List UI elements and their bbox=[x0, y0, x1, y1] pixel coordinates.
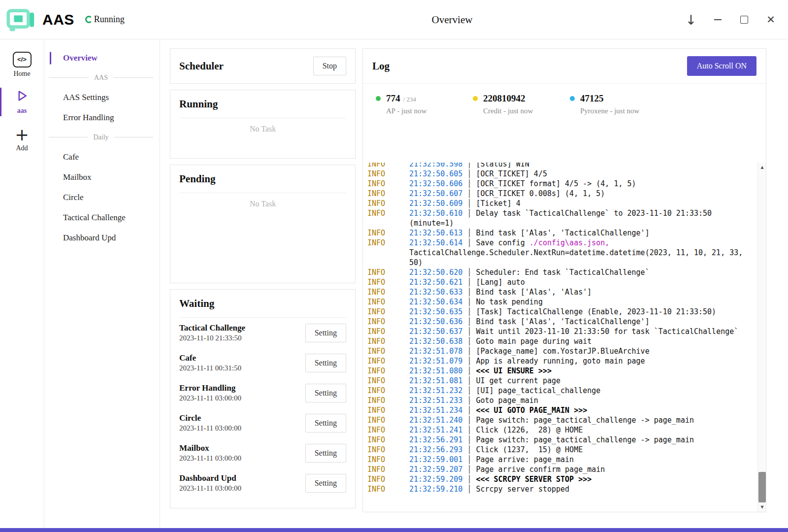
setting-button[interactable]: Setting bbox=[305, 324, 346, 342]
log-timestamp: 21:32:50.609 bbox=[409, 199, 462, 208]
log-timestamp: 21:32:59.210 bbox=[409, 485, 462, 494]
log-line: INFO21:32:51.234 │ <<< UI GOTO PAGE_MAIN… bbox=[367, 405, 757, 415]
scheduler-title: Scheduler bbox=[179, 60, 224, 72]
log-timestamp: 21:32:50.607 bbox=[409, 189, 462, 198]
download-arrow-icon: ↓ bbox=[686, 12, 697, 28]
waiting-task-row: Cafe2023-11-11 00:31:50Setting bbox=[179, 348, 346, 378]
sidebar-item-error-handling[interactable]: Error Handling bbox=[45, 107, 160, 128]
log-line: INFO21:32:56.293 │ Click (1237, 15) @ HO… bbox=[367, 445, 757, 455]
waiting-task-info: Error Handling2023-11-11 03:00:00 bbox=[179, 383, 241, 402]
activity-item-home[interactable]: </> Home bbox=[0, 46, 44, 83]
log-level: INFO bbox=[367, 346, 409, 356]
page-title: Overview bbox=[432, 13, 473, 26]
log-level: INFO bbox=[367, 277, 409, 287]
sidebar-group-aas: AAS bbox=[45, 68, 160, 87]
minimize-button[interactable] bbox=[704, 8, 731, 31]
activity-item-add[interactable]: + Add bbox=[0, 121, 44, 158]
pending-empty-text: No Task bbox=[179, 193, 346, 208]
activity-bar: </> Home aas + Add bbox=[0, 40, 44, 528]
activity-item-aas[interactable]: aas bbox=[0, 83, 44, 121]
log-separator: │ bbox=[462, 475, 476, 484]
log-separator: │ bbox=[462, 455, 476, 464]
log-separator: │ bbox=[462, 327, 476, 336]
window-controls: ↓ ✕ bbox=[678, 0, 784, 39]
log-timestamp: 21:32:50.614 bbox=[409, 238, 462, 247]
log-message: 21:32:51.233 │ Goto page_main bbox=[409, 396, 744, 405]
setting-button[interactable]: Setting bbox=[305, 384, 346, 402]
sidebar-menu: OverviewAASAAS SettingsError HandlingDai… bbox=[45, 40, 160, 528]
log-timestamp: 21:32:50.606 bbox=[409, 179, 462, 188]
running-empty-text: No Task bbox=[179, 118, 346, 133]
waiting-title: Waiting bbox=[179, 298, 214, 310]
divider-line bbox=[49, 137, 88, 137]
log-message: 21:32:50.606 │ [OCR_TICKET format] 4/5 -… bbox=[409, 179, 744, 189]
log-timestamp: 21:32:51.240 bbox=[409, 416, 462, 425]
sidebar-item-circle[interactable]: Circle bbox=[45, 187, 160, 207]
log-timestamp: 21:32:50.605 bbox=[409, 169, 462, 178]
waiting-task-row: Error Handling2023-11-11 03:00:00Setting bbox=[179, 378, 346, 408]
log-level: INFO bbox=[367, 297, 409, 307]
close-button[interactable]: ✕ bbox=[757, 8, 784, 31]
log-timestamp: 21:32:51.241 bbox=[409, 426, 462, 434]
sidebar-item-mailbox[interactable]: Mailbox bbox=[45, 167, 160, 187]
sidebar-item-cafe[interactable]: Cafe bbox=[45, 147, 160, 167]
log-message: 21:32:59.001 │ Page arrive: page_main bbox=[409, 455, 744, 465]
stat-body: 47125Pyroxene - just now bbox=[580, 93, 639, 163]
setting-button[interactable]: Setting bbox=[305, 474, 346, 493]
log-timestamp: 21:32:56.291 bbox=[409, 435, 462, 444]
log-separator: │ bbox=[462, 163, 476, 168]
maximize-button[interactable] bbox=[731, 8, 757, 31]
log-message: 21:32:51.079 │ App is already running, g… bbox=[409, 356, 744, 366]
log-scrollbar[interactable]: ▲ ▼ bbox=[757, 163, 766, 512]
sidebar-item-dashboard-upd[interactable]: Dashboard Upd bbox=[45, 228, 160, 248]
setting-button[interactable]: Setting bbox=[305, 444, 346, 463]
log-timestamp: 21:32:50.621 bbox=[409, 278, 462, 287]
sidebar-item-aas-settings[interactable]: AAS Settings bbox=[45, 87, 160, 107]
log-timestamp: 21:32:50.610 bbox=[409, 209, 462, 218]
stop-button[interactable]: Stop bbox=[313, 57, 346, 75]
log-level: INFO bbox=[367, 435, 409, 445]
log-message: 21:32:50.614 │ Save config ./config\aas.… bbox=[409, 238, 744, 267]
log-message: 21:32:50.605 │ [OCR_TICKET] 4/5 bbox=[409, 169, 744, 179]
group-label: Daily bbox=[88, 133, 114, 141]
scheduler-status-text: Running bbox=[94, 14, 125, 25]
waiting-task-time: 2023-11-11 03:00:00 bbox=[179, 454, 241, 463]
scrollbar-thumb[interactable] bbox=[758, 472, 766, 502]
card-header: Pending bbox=[179, 165, 346, 193]
log-timestamp: 21:32:50.637 bbox=[409, 327, 462, 336]
log-message: 21:32:50.635 │ [Task] TacticalChallenge … bbox=[409, 307, 744, 317]
log-level: INFO bbox=[367, 163, 409, 169]
setting-button[interactable]: Setting bbox=[305, 414, 346, 432]
minimize-icon bbox=[714, 19, 722, 20]
dashboard-stat: 220810942Credit - just now bbox=[473, 93, 570, 163]
log-timestamp: 21:32:51.232 bbox=[409, 386, 462, 395]
log-timestamp: 21:32:51.233 bbox=[409, 396, 462, 405]
stat-dot-icon bbox=[473, 96, 478, 101]
stat-value: 774 bbox=[386, 93, 400, 104]
log-separator: │ bbox=[462, 435, 476, 444]
auto-scroll-button[interactable]: Auto Scroll ON bbox=[687, 56, 756, 76]
log-timestamp: 21:32:51.081 bbox=[409, 376, 462, 385]
sidebar-item-label: Dashboard Upd bbox=[63, 233, 116, 243]
scrollbar-up-button[interactable]: ▲ bbox=[758, 163, 766, 171]
log-separator: │ bbox=[462, 465, 476, 474]
maximize-icon bbox=[740, 16, 748, 24]
scrollbar-down-button[interactable]: ▼ bbox=[758, 503, 766, 511]
running-spinner-icon bbox=[85, 16, 93, 23]
sidebar-item-label: AAS Settings bbox=[63, 93, 109, 102]
download-update-button[interactable]: ↓ bbox=[678, 8, 704, 31]
log-level: INFO bbox=[367, 189, 409, 199]
app-logo-icon bbox=[6, 6, 36, 33]
log-line: INFO21:32:50.610 │ Delay task `TacticalC… bbox=[367, 208, 757, 228]
stat-dot-icon bbox=[376, 96, 381, 101]
log-timestamp: 21:32:59.209 bbox=[409, 475, 462, 484]
sidebar-item-tactical-challenge[interactable]: Tactical Challenge bbox=[45, 207, 160, 228]
log-message: 21:32:50.636 │ Bind task ['Alas', 'Tacti… bbox=[409, 317, 744, 327]
setting-button[interactable]: Setting bbox=[305, 354, 346, 372]
log-separator: │ bbox=[462, 357, 476, 366]
log-message: 21:32:51.078 │ [Package_name] com.Yostar… bbox=[409, 346, 744, 356]
log-view[interactable]: INFO21:32:50.598 │ [Status] WININFO21:32… bbox=[363, 163, 766, 512]
sidebar-item-overview[interactable]: Overview bbox=[45, 48, 160, 68]
log-message: 21:32:50.609 │ [Ticket] 4 bbox=[409, 199, 744, 208]
stat-body: 774/ 234AP - just now bbox=[386, 93, 427, 163]
